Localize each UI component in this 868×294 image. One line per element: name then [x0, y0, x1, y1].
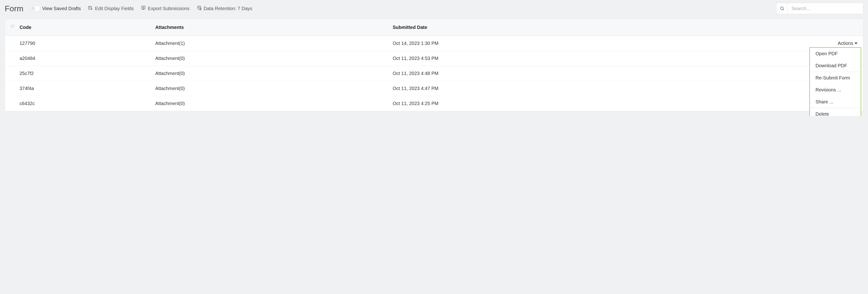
cell-submitted: Oct 11, 2023 4:48 PM [389, 66, 727, 81]
edit-display-fields-button[interactable]: Edit Display Fields [88, 5, 134, 12]
view-drafts-toggle-wrap: View Saved Drafts [30, 6, 81, 11]
search-icon[interactable] [776, 3, 788, 14]
flag-icon [10, 25, 15, 30]
share-item[interactable]: Share ... [810, 96, 861, 108]
svg-point-4 [780, 7, 783, 10]
cell-submitted: Oct 11, 2023 4:47 PM [389, 81, 727, 96]
cell-code: 374f4a [15, 81, 151, 96]
edit-fields-label: Edit Display Fields [95, 6, 134, 11]
cell-attachments[interactable]: Attachment(0) [151, 96, 388, 111]
search-input[interactable] [788, 3, 863, 14]
code-column-header[interactable]: Code [15, 19, 151, 36]
retention-icon [196, 5, 202, 12]
toolbar: Form View Saved Drafts Edit Display Fiel… [0, 0, 868, 19]
svg-point-2 [197, 6, 200, 7]
cell-code: 127790 [15, 36, 151, 51]
view-drafts-label: View Saved Drafts [42, 6, 81, 11]
svg-rect-0 [89, 6, 92, 9]
table-row: a20484 Attachment(0) Oct 11, 2023 4:53 P… [5, 51, 863, 66]
submissions-table-wrap: Code Attachments Submitted Date 127790 A… [5, 19, 863, 111]
cell-code: c6432c [15, 96, 151, 111]
data-retention-button[interactable]: Data Retention: 7 Days [196, 5, 252, 12]
caret-down-icon [855, 42, 858, 44]
table-header-row: Code Attachments Submitted Date [5, 19, 863, 36]
table-row: 127790 Attachment(1) Oct 14, 2023 1:30 P… [5, 36, 863, 51]
export-label: Export Submissions [148, 6, 189, 11]
table-row: 374f4a Attachment(0) Oct 11, 2023 4:47 P… [5, 81, 863, 96]
cell-attachments[interactable]: Attachment(0) [151, 81, 388, 96]
cell-attachments[interactable]: Attachment(0) [151, 66, 388, 81]
actions-column-header [727, 19, 863, 36]
cell-attachments[interactable]: Attachment(1) [151, 36, 388, 51]
table-row: 25c7f2 Attachment(0) Oct 11, 2023 4:48 P… [5, 66, 863, 81]
edit-fields-icon [88, 5, 93, 12]
submitted-column-header[interactable]: Submitted Date [389, 19, 727, 36]
submissions-table: Code Attachments Submitted Date 127790 A… [5, 19, 863, 111]
cell-code: a20484 [15, 51, 151, 66]
page-title: Form [5, 4, 23, 13]
revisions-item[interactable]: Revisions ... [810, 84, 861, 96]
cell-attachments[interactable]: Attachment(0) [151, 51, 388, 66]
actions-button[interactable]: Actions [838, 41, 858, 46]
cell-submitted: Oct 14, 2023 1:30 PM [389, 36, 727, 51]
export-submissions-button[interactable]: Export Submissions [141, 5, 189, 12]
delete-item[interactable]: Delete [810, 108, 861, 116]
cell-code: 25c7f2 [15, 66, 151, 81]
actions-dropdown: Open PDF Download PDF Re-Submit Form Rev… [809, 47, 861, 116]
table-row: c6432c Attachment(0) Oct 11, 2023 4:25 P… [5, 96, 863, 111]
view-drafts-toggle[interactable] [30, 6, 40, 11]
actions-label: Actions [838, 41, 853, 46]
export-icon [141, 5, 146, 12]
retention-label: Data Retention: 7 Days [204, 6, 252, 11]
download-pdf-item[interactable]: Download PDF [810, 60, 861, 72]
search-wrap [776, 3, 863, 14]
attachments-column-header[interactable]: Attachments [151, 19, 388, 36]
cell-submitted: Oct 11, 2023 4:53 PM [389, 51, 727, 66]
resubmit-item[interactable]: Re-Submit Form [810, 72, 861, 84]
flag-column-header[interactable] [5, 19, 15, 36]
cell-submitted: Oct 11, 2023 4:25 PM [389, 96, 727, 111]
open-pdf-item[interactable]: Open PDF [810, 48, 861, 60]
